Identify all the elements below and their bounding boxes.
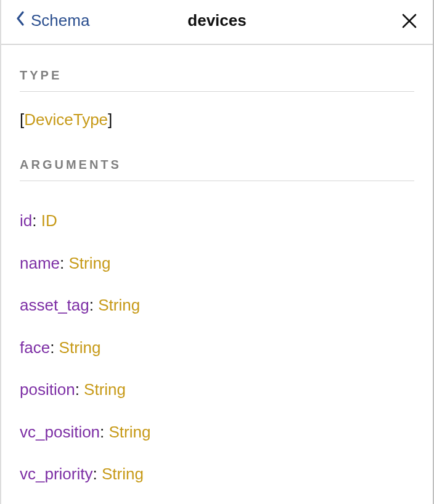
argument-row: position: String xyxy=(20,368,414,411)
back-label: Schema xyxy=(31,11,89,30)
argument-type[interactable]: String xyxy=(98,296,140,314)
argument-row: asset_tag: String xyxy=(20,284,414,327)
argument-row: id: ID xyxy=(20,200,414,242)
close-icon xyxy=(401,21,418,31)
argument-name[interactable]: vc_position xyxy=(20,423,100,441)
argument-colon: : xyxy=(32,211,41,230)
close-button[interactable] xyxy=(401,12,418,30)
arguments-list: id: IDname: Stringasset_tag: Stringface:… xyxy=(20,181,414,504)
argument-name[interactable]: vc_priority xyxy=(20,465,92,483)
panel-header: Schema devices xyxy=(1,0,433,45)
chevron-left-icon xyxy=(16,11,25,30)
argument-type[interactable]: String xyxy=(59,338,101,357)
argument-colon: : xyxy=(75,380,84,399)
argument-type[interactable]: String xyxy=(69,254,111,272)
panel-content: TYPE [DeviceType] ARGUMENTS id: IDname: … xyxy=(1,45,433,504)
type-bracket-close: ] xyxy=(108,110,112,129)
argument-name[interactable]: id xyxy=(20,211,32,230)
argument-colon: : xyxy=(50,338,59,357)
argument-type[interactable]: ID xyxy=(41,211,57,230)
argument-colon: : xyxy=(100,423,108,441)
argument-type[interactable]: String xyxy=(84,380,126,399)
argument-type[interactable]: String xyxy=(102,465,144,483)
argument-colon: : xyxy=(89,296,98,314)
type-value: [DeviceType] xyxy=(20,92,414,134)
schema-doc-panel: Schema devices TYPE [DeviceType] ARGUMEN… xyxy=(0,0,434,504)
section-label-arguments: ARGUMENTS xyxy=(20,134,414,181)
argument-type[interactable]: String xyxy=(109,423,151,441)
argument-colon: : xyxy=(92,465,101,483)
back-button[interactable]: Schema xyxy=(16,11,89,30)
argument-row: face: String xyxy=(20,327,414,369)
argument-colon: : xyxy=(60,254,68,272)
argument-row: vc_priority: String xyxy=(20,453,414,495)
argument-name[interactable]: face xyxy=(20,338,50,357)
argument-row: name: String xyxy=(20,242,414,285)
argument-name[interactable]: asset_tag xyxy=(20,296,89,314)
type-link[interactable]: DeviceType xyxy=(24,110,108,129)
section-label-type: TYPE xyxy=(20,45,414,91)
argument-name[interactable]: position xyxy=(20,380,75,399)
argument-row: vc_position: String xyxy=(20,411,414,453)
argument-name[interactable]: name xyxy=(20,254,60,272)
